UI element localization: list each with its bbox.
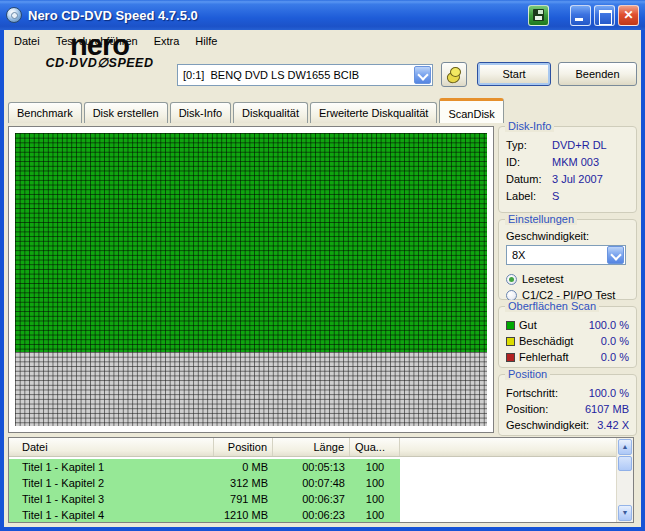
radio-lesetest[interactable]: Lesetest <box>506 271 629 287</box>
damaged-label: Beschädigt <box>519 333 601 349</box>
table-row[interactable]: Titel 1 - Kapitel 1 0 MB 00:05:13 100 <box>9 459 616 475</box>
start-button[interactable]: Start <box>477 62 551 86</box>
radio-lesetest-label: Lesetest <box>522 271 564 287</box>
disk-info-label: ID: <box>506 154 552 171</box>
header-position[interactable]: Position <box>214 438 273 456</box>
cell-datei: Titel 1 - Kapitel 3 <box>9 491 214 507</box>
progress-label: Fortschritt: <box>506 385 589 401</box>
app-window: Nero CD-DVD Speed 4.7.5.0 ✕ Datei Test d… <box>0 0 645 531</box>
file-table: Datei Position Länge Qua... Titel 1 - Ka… <box>9 438 616 522</box>
drive-select[interactable]: [0:1] BENQ DVD LS DW1655 BCIB <box>177 64 433 86</box>
cell-datei: Titel 1 - Kapitel 4 <box>9 507 214 522</box>
tab-benchmark[interactable]: Benchmark <box>8 102 82 123</box>
disk-info-group: Disk-Info Typ:DVD+R DL ID:MKM 003 Datum:… <box>498 126 637 213</box>
window-title: Nero CD-DVD Speed 4.7.5.0 <box>28 8 525 23</box>
chevron-down-icon[interactable] <box>414 66 431 84</box>
disk-info-label: Datum: <box>506 171 552 188</box>
save-screenshot-button[interactable] <box>528 5 549 26</box>
minimize-button[interactable] <box>570 5 591 26</box>
close-button[interactable]: ✕ <box>618 5 639 26</box>
side-panel: Disk-Info Typ:DVD+R DL ID:MKM 003 Datum:… <box>498 126 637 433</box>
bad-legend-icon <box>506 353 515 362</box>
menu-hilfe[interactable]: Hilfe <box>187 33 225 49</box>
disk-info-value: DVD+R DL <box>552 137 607 154</box>
position-value: 6107 MB <box>585 401 629 417</box>
drive-tools-button[interactable] <box>441 62 467 87</box>
header-laenge[interactable]: Länge <box>273 438 350 456</box>
title-bar[interactable]: Nero CD-DVD Speed 4.7.5.0 ✕ <box>0 0 645 30</box>
disk-info-label: Typ: <box>506 137 552 154</box>
app-cd-icon <box>6 7 22 23</box>
speed-stat-value: 3.42 X <box>597 417 629 433</box>
good-legend-icon <box>506 321 515 330</box>
quit-button[interactable]: Beenden <box>558 62 637 86</box>
header-qualitaet[interactable]: Qua... <box>350 438 400 456</box>
file-table-body: Titel 1 - Kapitel 1 0 MB 00:05:13 100 Ti… <box>9 457 616 522</box>
tab-disk-erstellen[interactable]: Disk erstellen <box>84 102 168 123</box>
bad-value: 0.0 % <box>601 349 629 365</box>
cell-laenge: 00:06:23 <box>273 507 350 522</box>
position-group: Position Fortschritt: 100.0 % Position: … <box>498 374 637 436</box>
radio-button-icon <box>506 290 517 301</box>
table-row[interactable]: Titel 1 - Kapitel 4 1210 MB 00:06:23 100 <box>9 507 616 522</box>
position-label: Position: <box>506 401 585 417</box>
header-datei[interactable]: Datei <box>9 438 214 456</box>
speed-select[interactable]: 8X <box>506 245 626 265</box>
tab-scandisk[interactable]: ScanDisk <box>439 98 503 123</box>
cell-datei: Titel 1 - Kapitel 2 <box>9 475 214 491</box>
position-title: Position <box>505 368 550 380</box>
speed-label: Geschwindigkeit: <box>506 230 629 242</box>
floppy-disk-icon <box>533 9 544 21</box>
bad-label: Fehlerhaft <box>519 349 601 365</box>
nero-logo: nero CD·DVD∅SPEED <box>22 33 177 69</box>
scan-grid-panel <box>8 126 494 433</box>
cell-position: 1210 MB <box>214 507 273 522</box>
scroll-down-icon[interactable]: ▼ <box>618 505 632 521</box>
cd-dvd-speed-wordmark: CD·DVD∅SPEED <box>22 57 177 69</box>
drive-select-value: [0:1] BENQ DVD LS DW1655 BCIB <box>178 69 413 81</box>
table-scrollbar[interactable]: ▲ ▼ <box>616 438 633 522</box>
disk-info-value: MKM 003 <box>552 154 599 171</box>
cell-qualitaet: 100 <box>350 459 400 475</box>
chevron-down-icon[interactable] <box>607 246 624 264</box>
scrollbar-track[interactable] <box>617 471 633 504</box>
cell-qualitaet: 100 <box>350 507 400 522</box>
file-table-header: Datei Position Länge Qua... <box>9 438 616 457</box>
disk-info-value: S <box>552 188 559 205</box>
cell-qualitaet: 100 <box>350 491 400 507</box>
settings-group: Einstellungen Geschwindigkeit: 8X Lesete… <box>498 219 637 300</box>
good-label: Gut <box>519 317 589 333</box>
tab-erweiterte-diskqualitaet[interactable]: Erweiterte Diskqualität <box>310 102 437 123</box>
scrollbar-thumb[interactable] <box>618 456 632 471</box>
scroll-up-icon[interactable]: ▲ <box>618 439 632 455</box>
surface-scan-group: Oberflächen Scan Gut 100.0 % Beschädigt … <box>498 306 637 368</box>
hand-icon <box>447 67 460 82</box>
cell-position: 791 MB <box>214 491 273 507</box>
surface-scan-grid <box>15 133 487 426</box>
header-filler <box>400 438 616 456</box>
settings-title: Einstellungen <box>505 213 577 225</box>
cell-position: 312 MB <box>214 475 273 491</box>
cell-position: 0 MB <box>214 459 273 475</box>
cell-laenge: 00:05:13 <box>273 459 350 475</box>
cell-datei: Titel 1 - Kapitel 1 <box>9 459 214 475</box>
good-value: 100.0 % <box>589 317 629 333</box>
speed-stat-label: Geschwindigkeit: <box>506 417 597 433</box>
tab-disk-info[interactable]: Disk-Info <box>170 102 231 123</box>
client-area: Datei Test durchführen Extra Hilfe nero … <box>4 30 641 527</box>
scan-grid-unscanned-region <box>15 352 487 426</box>
file-table-panel: Datei Position Länge Qua... Titel 1 - Ka… <box>8 437 634 523</box>
disk-info-title: Disk-Info <box>505 120 554 132</box>
nero-logo-wordmark: nero <box>22 33 177 57</box>
table-row[interactable]: Titel 1 - Kapitel 2 312 MB 00:07:48 100 <box>9 475 616 491</box>
maximize-button[interactable] <box>594 5 615 26</box>
damaged-value: 0.0 % <box>601 333 629 349</box>
cell-qualitaet: 100 <box>350 475 400 491</box>
speed-select-value: 8X <box>507 249 606 261</box>
disk-info-value: 3 Jul 2007 <box>552 171 603 188</box>
damaged-legend-icon <box>506 337 515 346</box>
table-row[interactable]: Titel 1 - Kapitel 3 791 MB 00:06:37 100 <box>9 491 616 507</box>
tab-diskqualitaet[interactable]: Diskqualität <box>233 102 308 123</box>
progress-value: 100.0 % <box>589 385 629 401</box>
scan-grid-good-region <box>15 133 487 352</box>
